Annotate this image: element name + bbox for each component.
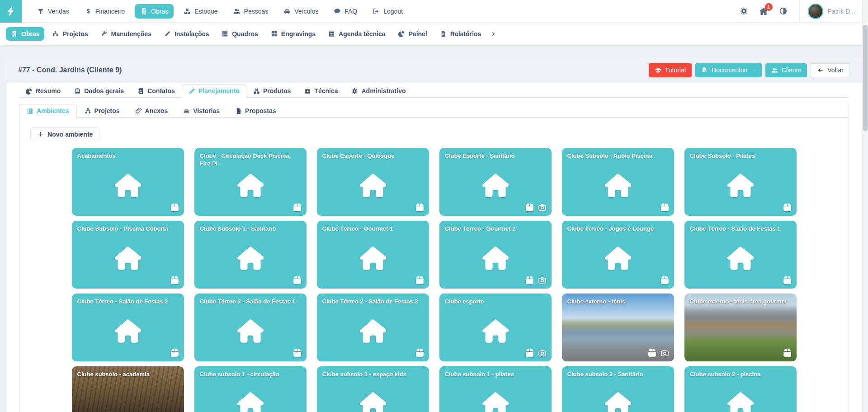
ambiente-card-clube-subsolo-2-piscina[interactable]: Clube subsolo 2 - piscina [684,366,797,412]
user-menu[interactable]: Patrik D... [799,0,865,23]
module-item-quadros[interactable]: Quadros [217,27,263,41]
tab-planejamento[interactable]: Planejamento [182,84,246,98]
ambiente-card-clube-terreo-gourmet-2[interactable]: Clube Térreo - Gourmet 2 [439,221,552,289]
new-ambiente-button[interactable]: Novo ambiente [30,127,99,141]
subtab-anexos[interactable]: Anexos [127,104,176,118]
ambiente-card-clube-esporte-sanitario[interactable]: Clube Esporte - Sanitário [439,148,552,216]
voltar-button[interactable]: Voltar [811,63,850,77]
ambiente-card-clube-subsolo-1-circulacao[interactable]: Clube subsolo 1 - circulação [194,366,307,412]
page-scrollbar[interactable] [862,0,868,412]
box-icon[interactable] [783,349,792,357]
box-icon[interactable] [293,203,302,212]
subtab-propostas[interactable]: Propostas [227,104,283,118]
box-icon[interactable] [783,276,792,284]
ambiente-card-acabamentos[interactable]: Acabamentos [72,148,184,216]
box-icon[interactable] [293,349,302,357]
box-icon[interactable] [525,203,534,212]
tab-resumo[interactable]: Resumo [19,84,67,98]
ambiente-card-clube-subsolo-academia[interactable]: Clube subsolo - academia [72,366,184,412]
ambiente-name: Clube subsolo 2 - Sanitário [562,366,674,383]
ambiente-card-tools [525,203,547,212]
ambiente-card-clube-circulacao-deck-piscina-fire-pl[interactable]: Clube - Circulação Deck Piscina, Fire Pl… [194,148,307,216]
box-icon[interactable] [415,203,424,212]
nav-item-faq[interactable]: FAQ [328,4,363,19]
camera-icon[interactable] [538,349,547,357]
nav-item-financeiro[interactable]: $Financeiro [79,4,130,19]
ambiente-card-clube-subsolo-1-espaco-kids[interactable]: Clube subsolo 1 - espaço kids [317,366,429,412]
nav-item-veiculos[interactable]: Veículos [278,4,324,19]
camera-icon[interactable] [660,349,669,357]
ambiente-card-clube-externo-tenis[interactable]: Clube externo - tênis [562,294,674,361]
box-icon[interactable] [525,349,534,357]
camera-icon[interactable] [538,203,547,212]
documentos-button[interactable]: Documentos [695,63,762,77]
chevron-right-icon[interactable] [491,31,497,37]
box-icon[interactable] [783,203,792,212]
avatar[interactable] [808,4,823,19]
ambiente-name: Clube externo - tênis [562,294,674,310]
box-icon[interactable] [648,349,656,357]
cliente-button[interactable]: Cliente [765,63,807,77]
camera-icon[interactable] [538,276,547,284]
house-icon [237,391,264,412]
nav-item-obras[interactable]: Obras [135,4,174,19]
ambiente-card-clube-terreo-salao-de-festas-2[interactable]: Clube Térreo - Salão de Festas 2 [72,294,184,361]
box-icon[interactable] [525,276,534,284]
nav-item-label: Logout [383,8,403,15]
subtab-ambientes[interactable]: Ambientes [19,104,77,118]
ambiente-card-clube-terreo-jogos-e-lounge[interactable]: Clube Térreo - Jogos e Lounge [562,221,674,289]
ambiente-card-clube-esporte-quiosque[interactable]: Clube Esporte - Quiosque [317,148,429,216]
ambiente-card-clube-terreo-2-salao-de-festas-2[interactable]: Clube Térreo 2 - Salão de Festas 2 [317,294,429,361]
ambiente-card-clube-subsolo-piscina-coberta[interactable]: Clube Subsolo - Piscina Coberta [72,221,184,289]
box-icon[interactable] [170,203,179,212]
ambiente-card-clube-subsolo-pilates[interactable]: Clube Subsolo - Pilates [684,148,797,216]
house-icon [605,172,631,199]
module-item-projetos[interactable]: Projetos [47,27,93,41]
nav-item-pessoas[interactable]: Pessoas [228,4,274,19]
nav-item-vendas[interactable]: Vendas [32,4,75,19]
tutorial-button[interactable]: Tutorial [649,63,692,77]
tab-administrativo[interactable]: Administrativo [344,84,412,98]
box-icon[interactable] [415,276,424,284]
ambiente-card-clube-subsolo-2-sanitario[interactable]: Clube subsolo 2 - Sanitário [562,366,674,412]
box-icon[interactable] [660,276,669,284]
box-icon[interactable] [293,276,302,284]
scrollbar-thumb[interactable] [863,25,868,131]
box-icon[interactable] [660,203,669,212]
module-item-obras[interactable]: Obras [6,27,44,41]
ambiente-card-tools [170,276,179,284]
module-item-relatorios[interactable]: Relatórios [435,27,486,41]
ambiente-card-clube-esporte[interactable]: Clube esporte [439,294,552,361]
ambiente-card-clube-subsolo-1-sanitario[interactable]: Clube Subsolo 1 - Sanitário [194,221,307,289]
subtab-projetos[interactable]: Projetos [77,104,127,118]
comment-icon [334,8,341,15]
ambiente-card-clube-terreo-gourmet-1[interactable]: Clube Térreo - Gourmet 1 [317,221,429,289]
subtab-vistorias[interactable]: Vistorias [175,104,227,118]
module-item-engravings[interactable]: Engravings [266,27,321,41]
ambiente-card-clube-terreo-salao-de-festas-1[interactable]: Clube Térreo - Salão de Festas 1 [684,221,797,289]
tab-tecnica[interactable]: Técnica [297,84,344,98]
home-icon[interactable]: 1 [759,7,768,16]
module-item-manutencoes[interactable]: Manutenções [95,27,156,41]
tab-produtos[interactable]: Produtos [246,84,297,98]
ambiente-card-clube-subsolo-apoio-piscina[interactable]: Clube Subsolo - Apoio Piscina [562,148,674,216]
nav-item-logout[interactable]: Logout [367,4,408,19]
ambiente-card-clube-externo-tenis-area-gourmet[interactable]: Clube externo - tênis área gourmet [684,294,797,361]
gear-icon[interactable] [740,7,748,15]
box-icon[interactable] [170,276,179,284]
button-label: Tutorial [665,66,686,74]
tab-label: Contatos [147,87,175,95]
ambiente-card-clube-subsolo-1-pilates[interactable]: Clube subsolo 1 - pilates [439,366,552,412]
tab-dados-gerais[interactable]: Dados gerais [67,84,131,98]
box-icon[interactable] [415,349,424,357]
tab-contatos[interactable]: Contatos [131,84,182,98]
module-item-painel[interactable]: Painel [393,27,432,41]
box-icon[interactable] [170,349,179,357]
top-nav-menu: Vendas$FinanceiroObrasEstoquePessoasVeíc… [32,4,408,19]
ambiente-card-clube-terreo-2-salao-de-festas-1[interactable]: Clube Térreo 2 - Salão de Festas 1 [194,294,307,361]
module-item-instalacoes[interactable]: Instalações [159,27,214,41]
contrast-icon[interactable] [779,7,788,15]
nav-item-estoque[interactable]: Estoque [178,4,223,19]
module-item-agenda-tecnica[interactable]: Agenda técnica [323,27,390,41]
app-logo[interactable] [0,0,22,23]
